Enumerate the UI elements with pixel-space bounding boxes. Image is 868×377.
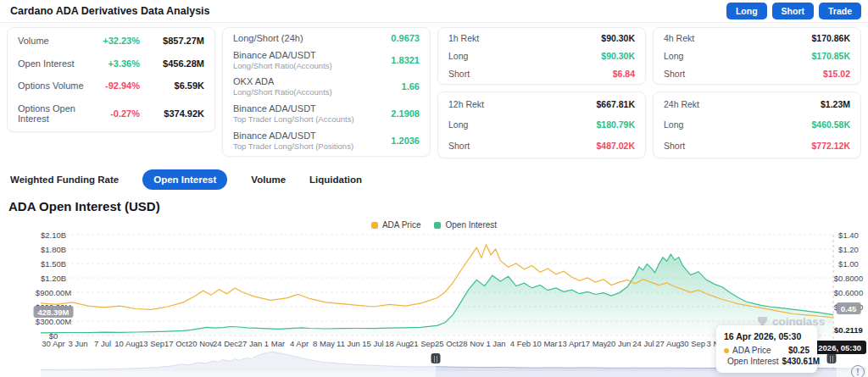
stat-value: $374.92K xyxy=(140,108,204,119)
rekt-value: $460.58K xyxy=(811,119,850,130)
tooltip-row: ADA Price$0.25 xyxy=(724,346,810,355)
open-interest-chart[interactable]: ADA PriceOpen Interest 428.39M 0.45 $0.2… xyxy=(0,214,868,377)
tooltip-series-name: Open Interest xyxy=(727,357,779,366)
ratio-labels: Binance ADA/USDTTop Trader Long/Short (P… xyxy=(233,130,391,151)
long-short-ratio-card: Long/Short (24h)0.9673Binance ADA/USDTLo… xyxy=(222,27,431,157)
rekt-card-1h: 1h Rekt$90.30KLong$90.30KShort$6.84 xyxy=(437,27,646,85)
navigator-handle-left[interactable] xyxy=(431,353,441,363)
ratio-sublabel: Long/Short Ratio(Accounts) xyxy=(233,87,402,97)
ratio-labels: Long/Short (24h) xyxy=(233,33,391,43)
x-axis-label: 30 Apr xyxy=(42,339,64,348)
rekt-value: $170.86K xyxy=(811,33,850,43)
rekt-column-2: 4h Rekt$170.86KLong$170.85KShort$15.0224… xyxy=(653,27,861,158)
ratio-row: Binance ADA/USDTLong/Short Ratio(Account… xyxy=(233,50,420,70)
ratio-label: OKX ADA xyxy=(233,76,402,86)
x-axis-label: 27 Aug xyxy=(655,339,681,348)
chart-info-icon[interactable]: ! xyxy=(851,365,865,377)
oi-last-value-badge: 428.39M xyxy=(34,306,74,318)
x-axis-label: 20 Nov xyxy=(188,339,214,348)
right-axis-label: $1.40 xyxy=(838,230,859,240)
tooltip-series-name: ADA Price xyxy=(732,346,785,355)
ratio-labels: Binance ADA/USDTLong/Short Ratio(Account… xyxy=(233,50,391,70)
chart-tabs: Weighted Funding RateOpen InterestVolume… xyxy=(0,158,868,190)
rekt-row: Short$6.84 xyxy=(448,69,635,79)
ratio-sublabel: Long/Short Ratio(Accounts) xyxy=(233,61,391,70)
legend-label: ADA Price xyxy=(382,220,421,230)
tab-weighted-funding-rate[interactable]: Weighted Funding Rate xyxy=(10,175,119,185)
ratio-sublabel: Top Trader Long/Short (Accounts) xyxy=(233,114,391,124)
right-axis-label: $0.8000 xyxy=(834,274,863,283)
page-header: Cardano ADA Derivatives Data Analysis Lo… xyxy=(0,0,868,23)
tab-volume[interactable]: Volume xyxy=(251,175,286,185)
stat-label: Open Interest xyxy=(18,58,91,69)
ratio-sublabel: Top Trader Long/Short (Positions) xyxy=(233,141,391,151)
chart-tooltip: 16 Apr 2026, 05:30 ADA Price$0.25Open In… xyxy=(716,325,817,373)
x-axis-label: 4 Feb xyxy=(510,339,531,348)
rekt-row: 4h Rekt$170.86K xyxy=(664,33,850,43)
rekt-row: Long$170.85K xyxy=(664,51,850,61)
stat-label: Options Open Interest xyxy=(18,103,91,124)
stat-value: $456.28M xyxy=(140,58,204,69)
ratio-label: Binance ADA/USDT xyxy=(233,103,391,114)
rekt-value: $667.81K xyxy=(596,99,635,109)
header-button-long[interactable]: Long xyxy=(726,3,767,19)
x-axis-label: 1 Mar xyxy=(264,339,285,348)
tooltip-series-dot xyxy=(724,348,729,353)
rekt-column-1: 1h Rekt$90.30KLong$90.30KShort$6.8412h R… xyxy=(437,27,646,158)
header-button-short[interactable]: Short xyxy=(772,3,814,19)
legend-item-ada-price[interactable]: ADA Price xyxy=(371,220,421,230)
rekt-label: Long xyxy=(664,119,811,130)
right-axis-label: $1.00 xyxy=(838,259,859,269)
ratio-labels: Binance ADA/USDTTop Trader Long/Short (A… xyxy=(233,103,391,124)
rekt-value: $1.23M xyxy=(821,99,850,109)
rekt-label: Short xyxy=(448,69,613,79)
ratio-labels: OKX ADALong/Short Ratio(Accounts) xyxy=(233,76,402,97)
chart-legend: ADA PriceOpen Interest xyxy=(0,220,868,230)
tab-liquidation[interactable]: Liquidation xyxy=(309,175,362,185)
chart-section-title: ADA Open Interest (USD) xyxy=(8,199,868,213)
rekt-row: 1h Rekt$90.30K xyxy=(448,33,635,43)
navigator-handle-right[interactable] xyxy=(827,353,837,363)
tab-open-interest[interactable]: Open Interest xyxy=(142,169,227,190)
x-axis-label: 8 May xyxy=(313,339,335,348)
x-axis-label: 25 Oct xyxy=(435,339,459,348)
rekt-value: $6.84 xyxy=(613,69,635,79)
rekt-value: $487.02K xyxy=(596,141,635,151)
tooltip-series-value: $0.25 xyxy=(788,346,810,355)
legend-item-open-interest[interactable]: Open Interest xyxy=(434,220,497,230)
ratio-label: Long/Short (24h) xyxy=(233,33,391,43)
stat-change: -92.94% xyxy=(91,80,140,91)
stat-row: Volume+32.23%$857.27M xyxy=(18,36,204,46)
left-axis-label: $2.10B xyxy=(41,230,66,240)
header-button-trade[interactable]: Trade xyxy=(819,3,861,19)
left-axis-label: $1.80B xyxy=(41,245,66,254)
x-axis-label: 30 Sep xyxy=(680,339,705,348)
left-axis-label: $900.00M xyxy=(36,288,71,297)
stat-row: Open Interest+3.36%$456.28M xyxy=(18,58,204,69)
rekt-label: 1h Rekt xyxy=(448,33,601,43)
legend-swatch xyxy=(434,222,441,229)
rekt-label: 12h Rekt xyxy=(448,99,596,109)
ratio-value: 1.8321 xyxy=(391,55,420,65)
rekt-row: 12h Rekt$667.81K xyxy=(448,99,635,109)
x-axis-label: 11 Jun xyxy=(337,339,360,348)
rekt-label: Short xyxy=(664,69,823,79)
rekt-label: Long xyxy=(664,51,811,61)
rekt-label: Short xyxy=(664,141,811,151)
stat-value: $6.59K xyxy=(140,80,204,91)
x-axis-label: 10 Aug xyxy=(114,339,140,348)
x-axis-label: 24 Jul xyxy=(632,339,654,348)
x-axis-label: 13 Sep xyxy=(139,339,164,348)
stat-change: +3.36% xyxy=(91,58,140,69)
price-last-value-label: $0.2119 xyxy=(834,325,863,335)
rekt-value: $772.12K xyxy=(811,141,850,151)
rekt-label: 24h Rekt xyxy=(664,99,821,109)
rekt-card-4h: 4h Rekt$170.86KLong$170.85KShort$15.02 xyxy=(653,27,861,85)
rekt-value: $170.85K xyxy=(811,51,850,61)
stat-row: Options Volume-92.94%$6.59K xyxy=(18,80,204,91)
left-axis-label: $300.00M xyxy=(36,317,71,326)
stat-cards-row: Volume+32.23%$857.27MOpen Interest+3.36%… xyxy=(0,23,868,158)
rekt-card-24h: 24h Rekt$1.23MLong$460.58KShort$772.12K xyxy=(653,91,861,158)
stat-value: $857.27M xyxy=(140,36,204,46)
rekt-row: Short$772.12K xyxy=(664,141,850,151)
